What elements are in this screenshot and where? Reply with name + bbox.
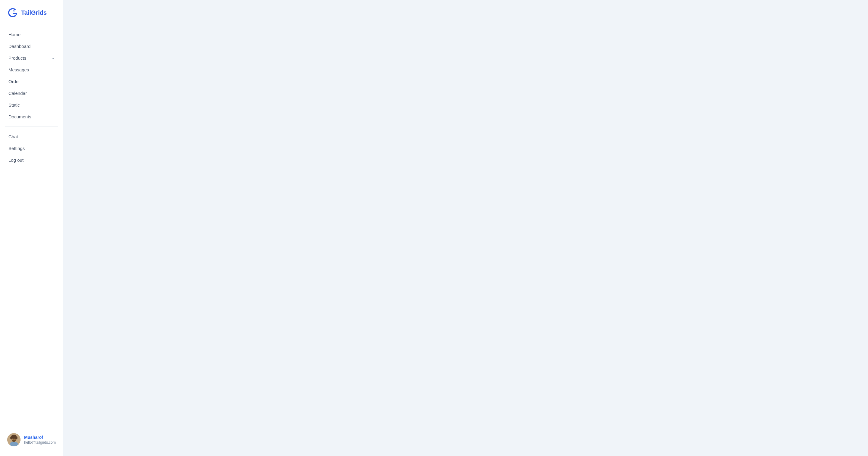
chevron-down-icon: ⌄ [51,56,55,60]
sidebar-item-products[interactable]: Products ⌄ [5,53,58,64]
sidebar-item-documents-label: Documents [8,114,31,119]
avatar [7,433,21,446]
sidebar-item-chat-label: Chat [8,134,18,139]
sidebar-item-chat[interactable]: Chat [5,131,58,142]
sidebar-item-settings-label: Settings [8,146,25,151]
sidebar-item-logout-label: Log out [8,158,24,163]
svg-point-7 [12,439,16,442]
sidebar-item-dashboard[interactable]: Dashboard [5,41,58,52]
sidebar-item-static[interactable]: Static [5,99,58,110]
sidebar-item-home-label: Home [8,32,21,37]
user-profile: Musharof hello@tailgrids.com [5,431,58,449]
sidebar-item-order[interactable]: Order [5,76,58,87]
sidebar-item-logout[interactable]: Log out [5,155,58,166]
sidebar-item-documents[interactable]: Documents [5,111,58,122]
sidebar-item-dashboard-label: Dashboard [8,44,30,49]
user-email: hello@tailgrids.com [24,440,56,445]
svg-point-6 [15,436,18,439]
sidebar: TailGrids Home Dashboard Products ⌄ Mess… [0,0,63,456]
nav-section: Home Dashboard Products ⌄ Messages Order… [5,29,58,431]
sidebar-item-messages[interactable]: Messages [5,64,58,75]
logo-text: TailGrids [21,9,47,16]
sidebar-item-products-label: Products [8,56,26,61]
svg-point-5 [10,436,13,439]
sidebar-item-calendar[interactable]: Calendar [5,88,58,99]
logo-area: TailGrids [5,7,58,18]
sidebar-item-home[interactable]: Home [5,29,58,40]
sidebar-item-messages-label: Messages [8,67,29,72]
sidebar-item-static-label: Static [8,102,20,107]
sidebar-item-order-label: Order [8,79,20,84]
main-content [63,0,868,456]
sidebar-item-calendar-label: Calendar [8,91,27,96]
avatar-image [7,433,21,446]
user-info: Musharof hello@tailgrids.com [24,435,56,445]
user-name: Musharof [24,435,56,440]
nav-divider [5,127,58,127]
sidebar-item-settings[interactable]: Settings [5,143,58,154]
logo-icon [7,7,18,18]
